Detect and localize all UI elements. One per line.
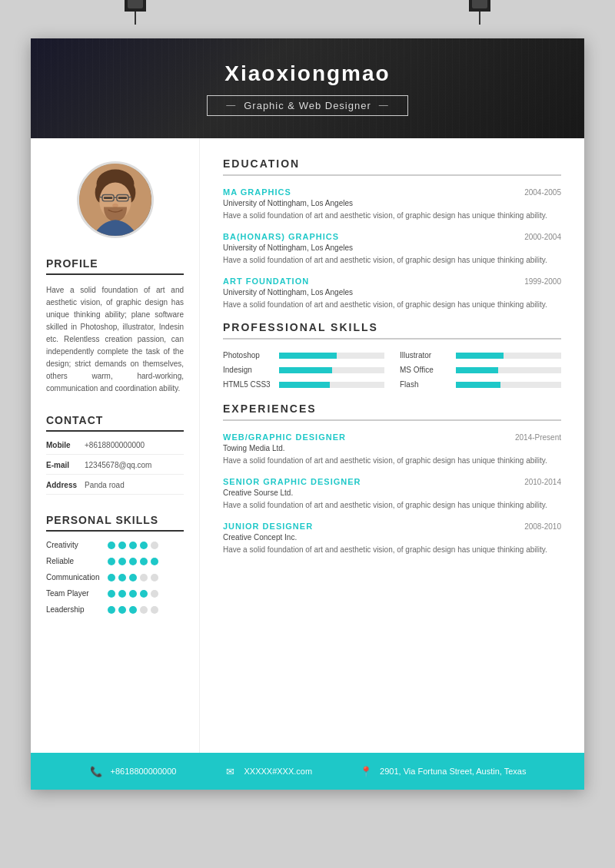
svg-line-11 bbox=[128, 197, 131, 197]
edu-header: MA GRAPHICS 2004-2005 bbox=[223, 187, 561, 197]
dot-filled bbox=[108, 542, 115, 549]
contact-value: Panda road bbox=[85, 481, 125, 489]
dot-filled bbox=[118, 542, 126, 549]
dot-filled bbox=[108, 590, 115, 598]
education-item: BA(HONARS) GRAPHICS 2000-2004 University… bbox=[223, 232, 561, 266]
prof-skill-name: MS Office bbox=[400, 366, 450, 374]
dot-filled bbox=[108, 574, 115, 581]
skill-dots bbox=[108, 574, 158, 581]
professional-skills-title: PROFESSIONAL SKILLS bbox=[223, 321, 561, 340]
exp-company: Creative Concept Inc. bbox=[223, 533, 561, 542]
dot-filled bbox=[129, 590, 137, 598]
professional-skill-bar: MS Office bbox=[400, 366, 561, 374]
edu-desc: Have a solid foundation of art and aesth… bbox=[223, 210, 561, 221]
skill-bar-track bbox=[279, 353, 384, 359]
edu-year: 2004-2005 bbox=[524, 188, 561, 197]
email-icon: ✉ bbox=[222, 764, 238, 779]
dot-filled bbox=[129, 542, 137, 549]
contact-item: E-mail12345678@qq.com bbox=[46, 461, 184, 475]
skill-bar-fill bbox=[279, 367, 332, 373]
skill-bar-track bbox=[279, 382, 384, 388]
skill-dots bbox=[108, 606, 158, 614]
exp-title: WEB/GRAPHIC DESIGNER bbox=[223, 432, 346, 442]
dot-filled bbox=[118, 590, 126, 598]
experiences-section-title: EXPERIENCES bbox=[223, 403, 561, 421]
skill-bar-fill bbox=[279, 353, 337, 359]
skill-dots bbox=[108, 558, 158, 565]
skill-bar-track bbox=[279, 367, 384, 373]
resume-page: Xiaoxiongmao Graphic & Web Designer bbox=[31, 38, 584, 790]
binder-clip-left bbox=[123, 0, 148, 25]
skill-bar-track bbox=[456, 367, 561, 373]
edu-year: 1999-2000 bbox=[524, 277, 561, 286]
prof-skill-name: Indesign bbox=[223, 366, 273, 374]
exp-company: Towing Media Ltd. bbox=[223, 444, 561, 452]
dot-filled bbox=[129, 558, 137, 565]
edu-title: BA(HONARS) GRAPHICS bbox=[223, 232, 339, 241]
skill-name: Leadership bbox=[46, 605, 108, 614]
skill-bar-fill bbox=[279, 382, 330, 388]
professional-skill-bar: Illustrator bbox=[400, 351, 561, 359]
binder-clip-right bbox=[467, 0, 492, 25]
footer-email: ✉ XXXXX#XXX.com bbox=[222, 764, 312, 779]
exp-year: 2014-Present bbox=[515, 433, 561, 442]
personal-skills-title: PERSONAL SKILLS bbox=[46, 514, 184, 532]
footer-address: 📍 2901, Via Fortuna Street, Austin, Texa… bbox=[358, 764, 526, 779]
education-list: MA GRAPHICS 2004-2005 University of Nott… bbox=[223, 187, 561, 310]
exp-header: SENIOR GRAPHIC DESIGNER 2010-2014 bbox=[223, 477, 561, 486]
dot-filled bbox=[118, 558, 126, 565]
skill-name: Communication bbox=[46, 573, 108, 581]
skill-bar-fill bbox=[456, 382, 500, 388]
edu-school: University of Nottingham, Los Angeles bbox=[223, 244, 561, 252]
dot-filled bbox=[140, 590, 148, 598]
exp-year: 2008-2010 bbox=[524, 522, 561, 531]
phone-icon: 📞 bbox=[88, 764, 104, 779]
profile-section-title: PROFILE bbox=[46, 257, 184, 275]
exp-title: JUNIOR DESIGNER bbox=[223, 522, 313, 531]
location-icon: 📍 bbox=[358, 764, 374, 779]
skill-bar-fill bbox=[456, 367, 498, 373]
prof-skill-name: Flash bbox=[400, 380, 450, 389]
dot-filled bbox=[151, 558, 158, 565]
footer-phone-value: +8618800000000 bbox=[110, 767, 176, 776]
edu-title: ART FOUNDATION bbox=[223, 277, 309, 286]
dot-filled bbox=[118, 574, 126, 581]
left-column: PROFILE Have a solid foundation of art a… bbox=[31, 138, 200, 753]
exp-desc: Have a solid foundation of art and aesth… bbox=[223, 544, 561, 555]
contact-label: Address bbox=[46, 481, 85, 489]
skill-name: Reliable bbox=[46, 557, 108, 565]
contact-label: Mobile bbox=[46, 441, 85, 449]
contact-label: E-mail bbox=[46, 461, 85, 469]
right-column: EDUCATION MA GRAPHICS 2004-2005 Universi… bbox=[200, 138, 584, 753]
dot-filled bbox=[118, 606, 126, 614]
dot-empty bbox=[140, 574, 148, 581]
footer-address-value: 2901, Via Fortuna Street, Austin, Texas bbox=[380, 767, 526, 776]
dot-filled bbox=[140, 542, 148, 549]
job-title: Graphic & Web Designer bbox=[244, 100, 371, 111]
edu-header: ART FOUNDATION 1999-2000 bbox=[223, 277, 561, 286]
exp-header: WEB/GRAPHIC DESIGNER 2014-Present bbox=[223, 432, 561, 442]
personal-skills-section: PERSONAL SKILLS CreativityReliableCommun… bbox=[46, 514, 184, 614]
svg-rect-6 bbox=[118, 197, 126, 199]
dot-empty bbox=[151, 574, 158, 581]
experiences-list: WEB/GRAPHIC DESIGNER 2014-Present Towing… bbox=[223, 432, 561, 555]
professional-skill-bar: Photoshop bbox=[223, 351, 384, 359]
professional-skill-bar: Flash bbox=[400, 380, 561, 389]
personal-skill-row: Team Player bbox=[46, 589, 184, 598]
footer-email-value: XXXXX#XXX.com bbox=[244, 767, 312, 776]
footer: 📞 +8618800000000 ✉ XXXXX#XXX.com 📍 2901,… bbox=[31, 753, 584, 790]
education-item: ART FOUNDATION 1999-2000 University of N… bbox=[223, 277, 561, 310]
exp-header: JUNIOR DESIGNER 2008-2010 bbox=[223, 522, 561, 531]
contact-section: CONTACT Mobile+8618800000000E-mail123456… bbox=[46, 414, 184, 495]
personal-skills-list: CreativityReliableCommunicationTeam Play… bbox=[46, 541, 184, 614]
skill-bar-fill bbox=[456, 353, 504, 359]
dot-filled bbox=[108, 558, 115, 565]
contact-list: Mobile+8618800000000E-mail12345678@qq.co… bbox=[46, 441, 184, 495]
edu-title: MA GRAPHICS bbox=[223, 187, 291, 197]
education-item: MA GRAPHICS 2004-2005 University of Nott… bbox=[223, 187, 561, 221]
skill-bar-track bbox=[456, 382, 561, 388]
skill-bar-track bbox=[456, 353, 561, 359]
contact-item: Mobile+8618800000000 bbox=[46, 441, 184, 455]
contact-value: +8618800000000 bbox=[85, 441, 145, 449]
svg-line-10 bbox=[99, 197, 102, 197]
